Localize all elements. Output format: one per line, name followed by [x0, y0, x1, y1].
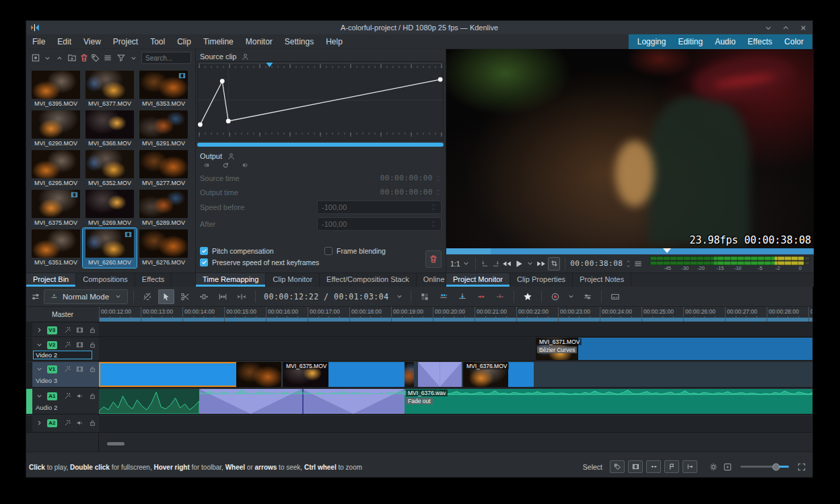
track-effects-icon[interactable] [63, 391, 73, 402]
subtitle-tool-button[interactable] [607, 289, 623, 304]
add-clip-chevron-icon[interactable] [42, 52, 53, 63]
timeline-audio-clip[interactable] [99, 389, 199, 414]
timeline-clip-mvi-6376-mov[interactable]: MVI_6376.MOV [463, 362, 534, 387]
keyframe-next-icon[interactable] [240, 159, 251, 170]
play-options-chevron-icon[interactable] [526, 258, 535, 269]
menu-edit[interactable]: Edit [51, 35, 77, 48]
spacer-tool[interactable] [196, 289, 212, 304]
bin-clip[interactable]: MVI_6289.MOV [137, 188, 190, 228]
same-track-mix[interactable] [418, 362, 462, 387]
track-mute-icon[interactable] [75, 391, 85, 402]
selection-tool[interactable] [158, 289, 174, 304]
track-lock-icon[interactable] [88, 391, 98, 402]
menu-view[interactable]: View [77, 35, 107, 48]
track-collapse-icon[interactable] [34, 325, 44, 336]
close-button[interactable] [798, 22, 808, 33]
minimize-button[interactable] [763, 22, 773, 33]
filter-chevron-icon[interactable] [128, 52, 139, 63]
bin-clip[interactable]: MVI_6290.MOV [29, 109, 83, 149]
bin-menu-button[interactable] [102, 52, 113, 63]
track-hide-icon[interactable] [75, 340, 85, 351]
track-lock-icon[interactable] [88, 340, 98, 351]
track-collapse-icon[interactable] [34, 340, 44, 351]
mix-clips-tool[interactable] [139, 289, 155, 304]
workspace-audio[interactable]: Audio [709, 35, 742, 48]
monitor-seekbar[interactable] [446, 248, 814, 254]
chevron-down-icon[interactable] [394, 291, 405, 302]
slip-tool[interactable] [215, 289, 231, 304]
track-effects-icon[interactable] [63, 364, 73, 375]
bin-clip[interactable]: MVI_6269.MOV [83, 188, 137, 228]
monitor-timecode[interactable]: 00:00:38:08 [570, 259, 623, 268]
track-header-a1[interactable]: A1 Audio 2 [26, 389, 99, 415]
track-target-indicator[interactable] [26, 389, 32, 414]
tags-button[interactable] [90, 52, 101, 63]
track-lane-a2[interactable] [99, 416, 812, 433]
bin-clip[interactable]: MVI_6291.MOV [137, 109, 190, 149]
add-clip-button[interactable] [30, 52, 41, 63]
track-header-v2[interactable]: V2 [26, 338, 99, 361]
timeline-ruler[interactable]: 00:00:12:00 00:00:13:00 00:00:14:00 00:0… [99, 307, 812, 322]
create-folder-button[interactable] [67, 52, 77, 63]
spinner-icon[interactable] [430, 203, 437, 211]
menu-settings[interactable]: Settings [279, 35, 320, 48]
menu-project[interactable]: Project [107, 35, 144, 48]
track-hide-icon[interactable] [75, 325, 85, 336]
track-effects-icon[interactable] [63, 418, 73, 429]
maximize-button[interactable] [780, 22, 791, 33]
bin-clip[interactable]: MVI_6260.MOV [83, 228, 137, 268]
favorite-effects-button[interactable] [520, 289, 536, 304]
rewind-button[interactable] [502, 258, 512, 269]
track-effects-icon[interactable] [63, 340, 73, 351]
bin-tab-project-bin[interactable]: Project Bin [26, 273, 76, 287]
workspace-color[interactable]: Color [778, 35, 810, 48]
timeline-clip[interactable] [99, 362, 281, 387]
fit-zone-icon[interactable] [722, 462, 733, 472]
bin-clip[interactable]: MVI_6368.MOV [83, 109, 137, 149]
track-lane-a1[interactable]: MVI_6376.wav Fade out [99, 389, 812, 415]
timecode-spinner[interactable] [625, 259, 631, 268]
audio-crossfade[interactable] [199, 389, 405, 414]
add-keyframe-icon[interactable] [220, 159, 231, 170]
remap-zoombar[interactable] [197, 143, 444, 147]
bin-clip[interactable]: MVI_6351.MOV [29, 228, 83, 268]
track-collapse-icon[interactable] [34, 364, 44, 375]
record-button[interactable] [547, 289, 563, 304]
track-hide-icon[interactable] [75, 364, 85, 375]
track-gutter[interactable] [26, 338, 32, 360]
timeline-zoom-slider[interactable] [740, 466, 789, 468]
timeline-settings-icon[interactable] [30, 291, 41, 302]
lift-zone-button[interactable] [492, 289, 508, 304]
monitor-menu-icon[interactable] [633, 258, 643, 269]
track-lane-v1[interactable]: MVI_6375.MOV MVI_6376.MOV [99, 362, 812, 388]
workspace-effects[interactable]: Effects [742, 35, 778, 48]
snap-toggle[interactable] [682, 460, 697, 473]
master-track-button[interactable]: Master [26, 307, 99, 322]
workspace-logging[interactable]: Logging [631, 35, 672, 48]
track-lock-icon[interactable] [88, 325, 98, 336]
extract-zone-button[interactable] [473, 289, 489, 304]
track-collapse-icon[interactable] [34, 391, 44, 402]
bin-clip[interactable]: MVI_6295.MOV [29, 149, 83, 188]
menu-file[interactable]: File [26, 35, 51, 48]
monitor-tab-project-monitor[interactable]: Project Monitor [446, 273, 510, 287]
track-lane-v3[interactable] [99, 323, 812, 337]
titlebar[interactable]: A-colorful-project / HD 1080p 25 fps — K… [26, 21, 812, 34]
track-badge[interactable]: A2 [47, 419, 57, 427]
timeline-hscrollbar[interactable] [107, 442, 125, 445]
menu-monitor[interactable]: Monitor [240, 35, 279, 48]
remap-tab-time-remapping[interactable]: Time Remapping [196, 273, 266, 287]
spinner-icon[interactable] [435, 174, 442, 182]
bin-clip[interactable]: MVI_6395.MOV [29, 69, 83, 109]
keyframe-prev-icon[interactable] [200, 159, 211, 170]
track-gutter[interactable] [26, 416, 32, 432]
filter-button[interactable] [116, 52, 127, 63]
field-value[interactable]: -100,00 [317, 201, 442, 214]
remap-tab-clip-monitor[interactable]: Clip Monitor [266, 273, 320, 287]
show-audio-thumbnails-toggle[interactable] [646, 460, 661, 473]
track-badge[interactable]: V3 [47, 326, 57, 334]
field-value[interactable]: -100,00 [317, 217, 442, 231]
spinner-icon[interactable] [435, 188, 442, 196]
menu-help[interactable]: Help [320, 35, 349, 48]
track-badge[interactable]: V2 [47, 341, 57, 349]
